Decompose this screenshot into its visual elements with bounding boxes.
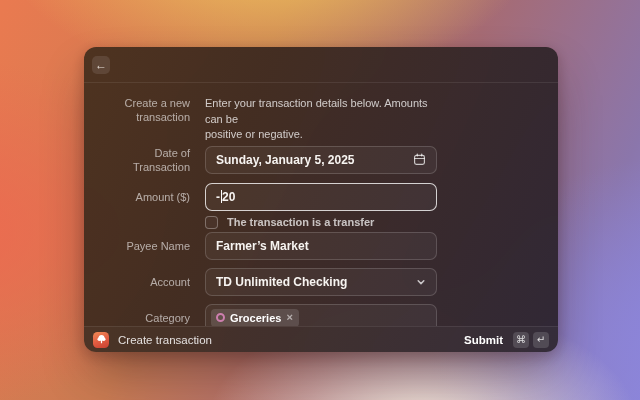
command-name: Create transaction — [118, 334, 212, 346]
category-row: Category Groceries × — [99, 304, 558, 327]
payee-value: Farmer’s Market — [216, 239, 426, 253]
transfer-checkbox[interactable] — [205, 216, 218, 229]
category-tag-groceries[interactable]: Groceries × — [211, 309, 299, 327]
create-transaction-dialog: ← Create a new transaction Enter your tr… — [84, 47, 558, 352]
payee-label: Payee Name — [99, 239, 205, 253]
category-tag-name: Groceries — [230, 312, 281, 324]
chevron-down-icon — [416, 277, 426, 287]
amount-row: Amount ($) -20 — [99, 183, 558, 211]
tree-icon — [96, 334, 107, 345]
form-title: Create a new transaction — [99, 96, 205, 143]
extension-app-icon — [93, 332, 109, 348]
amount-label: Amount ($) — [99, 190, 205, 204]
back-button[interactable]: ← — [92, 56, 110, 74]
amount-value-before-caret: - — [216, 190, 220, 204]
account-value: TD Unlimited Checking — [216, 275, 416, 289]
account-row: Account TD Unlimited Checking — [99, 268, 558, 296]
dialog-footer: Create transaction Submit ⌘ ↵ — [84, 326, 558, 352]
transfer-row: The transaction is a transfer — [99, 216, 558, 229]
return-key-icon: ↵ — [533, 332, 549, 348]
category-label: Category — [99, 311, 205, 325]
date-value: Sunday, January 5, 2025 — [216, 153, 413, 167]
command-key-icon: ⌘ — [513, 332, 529, 348]
submit-button[interactable]: Submit — [464, 334, 503, 346]
transfer-checkbox-row[interactable]: The transaction is a transfer — [205, 216, 374, 229]
transaction-form: Create a new transaction Enter your tran… — [84, 83, 558, 326]
date-row: Date of Transaction Sunday, January 5, 2… — [99, 146, 558, 174]
category-color-dot-icon — [216, 313, 225, 322]
date-input[interactable]: Sunday, January 5, 2025 — [205, 146, 437, 174]
amount-input[interactable]: -20 — [205, 183, 437, 211]
form-description-line-1: Enter your transaction details below. Am… — [205, 96, 437, 127]
amount-value-after-caret: 20 — [222, 190, 235, 204]
form-description-line-2: positive or negative. — [205, 127, 437, 143]
account-label: Account — [99, 275, 205, 289]
payee-input[interactable]: Farmer’s Market — [205, 232, 437, 260]
form-intro-row: Create a new transaction Enter your tran… — [99, 96, 558, 143]
date-label: Date of Transaction — [99, 146, 205, 174]
payee-row: Payee Name Farmer’s Market — [99, 232, 558, 260]
account-select[interactable]: TD Unlimited Checking — [205, 268, 437, 296]
category-input[interactable]: Groceries × — [205, 304, 437, 327]
dialog-header: ← — [84, 47, 558, 83]
calendar-icon[interactable] — [413, 153, 426, 166]
remove-tag-icon[interactable]: × — [286, 312, 292, 323]
back-arrow-icon: ← — [95, 59, 107, 71]
transfer-checkbox-label: The transaction is a transfer — [227, 216, 374, 228]
